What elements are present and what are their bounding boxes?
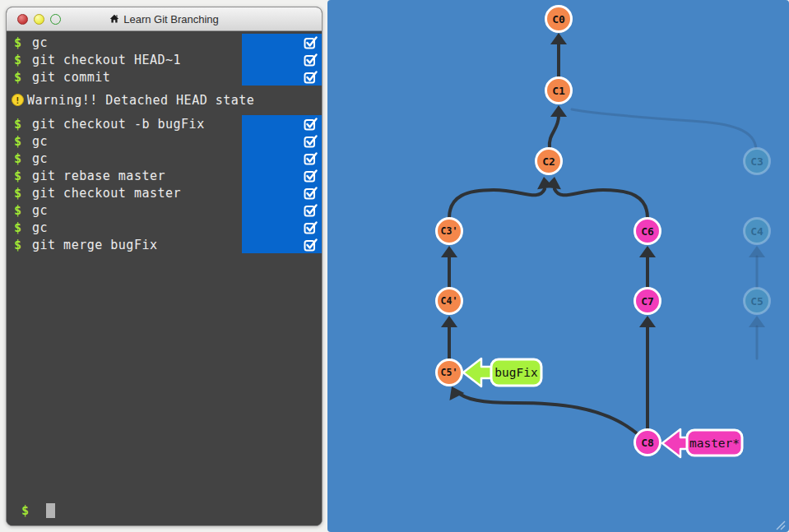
command-status-cell [242, 150, 322, 167]
terminal-command-row: $git checkout -b bugFix [7, 115, 322, 132]
minimize-button[interactable] [34, 14, 44, 25]
command-text: git checkout -b bugFix [32, 117, 242, 132]
prompt-symbol: $ [7, 203, 32, 218]
commit-label: C8 [641, 437, 654, 449]
command-status-cell [242, 51, 322, 68]
checkmark-box-icon [304, 238, 318, 252]
prompt-symbol: $ [7, 238, 32, 252]
terminal-command-row: $gc [7, 201, 322, 219]
commit-label: C1 [552, 85, 565, 97]
command-status-cell [242, 132, 322, 150]
ghost-commit-label: C5 [750, 295, 763, 308]
edge-arrowhead [441, 246, 457, 257]
checkmark-box-icon [304, 169, 318, 183]
command-status-cell [242, 219, 322, 236]
checkmark-box-icon [304, 134, 318, 148]
command-status-cell [242, 236, 322, 253]
prompt-symbol: $ [7, 70, 32, 85]
commit-label: C0 [552, 13, 565, 25]
edge-arrowhead [639, 316, 656, 327]
prompt-symbol: $ [7, 220, 32, 235]
resize-grip-icon[interactable] [781, 525, 785, 530]
terminal-command-row: $gc [7, 132, 322, 150]
prompt-symbol: $ [7, 169, 32, 183]
checkmark-box-icon [304, 203, 318, 217]
terminal[interactable]: $gc$git checkout HEAD~1$git commit ! War… [7, 31, 322, 525]
commit-label: C3' [441, 225, 458, 237]
warning-message: ! Warning!! Detached HEAD state [7, 91, 322, 109]
ghost-edge-arrowhead [749, 316, 765, 327]
terminal-command-row: $gc [7, 219, 322, 236]
home-icon [109, 14, 119, 24]
command-text: gc [32, 220, 242, 235]
ghost-commit-label: C4 [750, 225, 763, 238]
terminal-command-row: $gc [7, 34, 322, 51]
terminal-window: Learn Git Branching $gc$git checkout HEA… [6, 7, 323, 526]
command-text: gc [32, 151, 242, 166]
checkmark-box-icon [304, 53, 318, 67]
edge-arrowhead [550, 33, 567, 44]
checkmark-box-icon [304, 151, 318, 165]
edge-arrowhead [441, 316, 457, 327]
block-cursor [46, 503, 55, 518]
terminal-command-row: $git commit [7, 68, 322, 86]
commit-label: C7 [641, 295, 654, 308]
ghost-commit-label: C3 [750, 155, 763, 168]
command-status-cell [242, 34, 322, 51]
resize-grip-icon[interactable] [777, 521, 785, 530]
prompt-symbol: $ [14, 503, 39, 518]
prompt-symbol: $ [7, 53, 32, 67]
command-text: git merge bugFix [32, 238, 242, 252]
branch-label-text: master* [689, 437, 740, 450]
command-status-cell [242, 184, 322, 201]
branch-label-text: bugFix [494, 366, 538, 379]
window-title-text: Learn Git Branching [123, 13, 219, 25]
commit-edge [550, 116, 559, 148]
checkmark-box-icon [304, 35, 318, 49]
checkmark-box-icon [304, 220, 318, 234]
commit-label: C5' [441, 367, 458, 378]
edge-arrowhead [550, 105, 567, 117]
warning-icon: ! [12, 94, 24, 106]
terminal-command-row: $git rebase master [7, 167, 322, 184]
traffic-lights [17, 7, 61, 30]
branch-arrow-icon [463, 359, 493, 386]
checkmark-box-icon [304, 186, 318, 200]
command-status-cell [242, 115, 322, 132]
prompt-symbol: $ [7, 134, 32, 149]
close-button[interactable] [17, 14, 28, 25]
command-status-cell [242, 68, 322, 86]
command-text: gc [32, 134, 242, 149]
prompt-symbol: $ [7, 186, 32, 201]
prompt-symbol: $ [7, 117, 32, 132]
warning-text: Warning!! Detached HEAD state [27, 93, 254, 108]
terminal-command-row: $gc [7, 150, 322, 167]
commit-label: C6 [641, 225, 654, 238]
terminal-command-row: $git checkout HEAD~1 [7, 51, 322, 68]
command-text: git checkout master [32, 186, 242, 201]
window-title: Learn Git Branching [109, 13, 219, 25]
terminal-input-line[interactable]: $ [14, 503, 55, 518]
terminal-command-row: $git merge bugFix [7, 236, 322, 253]
ghost-edge-arrowhead [749, 246, 765, 257]
window-titlebar[interactable]: Learn Git Branching [7, 7, 322, 31]
command-status-cell [242, 167, 322, 184]
zoom-button[interactable] [50, 14, 61, 25]
command-history-block: $gc$git checkout HEAD~1$git commit [7, 34, 322, 86]
commit-edge [555, 189, 647, 218]
prompt-symbol: $ [7, 151, 32, 166]
command-text: gc [32, 35, 242, 50]
commit-edge [457, 391, 637, 433]
checkmark-box-icon [304, 117, 318, 131]
ghost-commit-edge [572, 109, 756, 149]
terminal-command-row: $git checkout master [7, 184, 322, 201]
commit-tree: C3C4C5C0C1C2C3'C4'C5'C6C7C8bugFixmaster* [327, 0, 789, 532]
edge-arrowhead [639, 246, 656, 257]
command-status-cell [242, 201, 322, 219]
command-text: git rebase master [32, 169, 242, 183]
git-graph-canvas[interactable]: C3C4C5C0C1C2C3'C4'C5'C6C7C8bugFixmaster* [327, 0, 789, 532]
command-text: git checkout HEAD~1 [32, 53, 242, 67]
command-text: git commit [32, 70, 242, 85]
command-history-block: $git checkout -b bugFix$gc$gc$git rebase… [7, 115, 322, 253]
commit-label: C2 [542, 155, 555, 168]
